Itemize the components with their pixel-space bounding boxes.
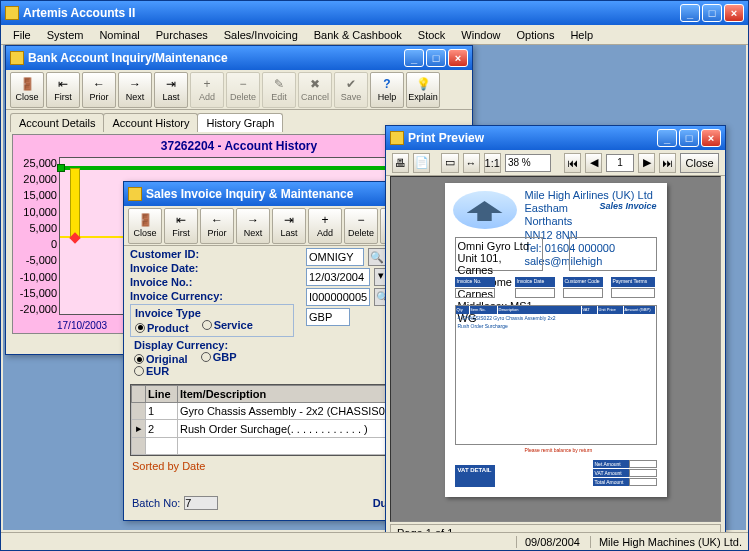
bank-maximize-button[interactable]: □ xyxy=(426,49,446,67)
batch-input[interactable] xyxy=(184,496,218,510)
preview-canvas[interactable]: Mile High Airlines (UK) Ltd Eastham Nort… xyxy=(390,176,721,522)
tab-history-graph[interactable]: History Graph xyxy=(197,113,283,132)
menu-system[interactable]: System xyxy=(39,27,92,43)
sales-close-button[interactable]: 🚪Close xyxy=(128,208,162,244)
radio-icon xyxy=(135,323,145,333)
invtype-label: Invoice Type xyxy=(135,307,201,319)
bank-title: Bank Account Inquiry/Maintenance xyxy=(28,51,404,65)
menu-file[interactable]: File xyxy=(5,27,39,43)
chart-xlabel: 17/10/2003 xyxy=(57,320,107,331)
app-titlebar: Artemis Accounts II _ □ × xyxy=(1,1,748,25)
preview-maximize-button[interactable]: □ xyxy=(679,129,699,147)
next-button[interactable]: →Next xyxy=(118,72,152,108)
last-arrow-icon: ⇥ xyxy=(163,77,179,91)
edit-icon: ✎ xyxy=(271,77,287,91)
batch-label: Batch No: xyxy=(132,497,180,509)
invcurr-input[interactable] xyxy=(306,308,350,326)
view-100-button[interactable]: 1:1 xyxy=(484,153,501,173)
first-button[interactable]: ⇤First xyxy=(46,72,80,108)
next-arrow-icon: → xyxy=(245,213,261,227)
width-icon: ↔ xyxy=(466,157,477,169)
chart-yaxis: 25,000 20,000 15,000 10,000 5,000 0 -5,0… xyxy=(15,157,57,315)
export-button[interactable]: 📄 xyxy=(413,153,430,173)
invoice-header-strip: Invoice No. Invoice Date Customer Code P… xyxy=(455,277,657,301)
prior-arrow-icon: ← xyxy=(91,77,107,91)
preview-close-button[interactable]: Close xyxy=(680,153,719,173)
print-button[interactable]: 🖶 xyxy=(392,153,409,173)
export-icon: 📄 xyxy=(415,156,429,169)
last-button[interactable]: ⇥Last xyxy=(154,72,188,108)
original-radio[interactable]: Original xyxy=(134,353,188,365)
next-page-button[interactable]: ▶ xyxy=(638,153,655,173)
page-input[interactable] xyxy=(606,154,634,172)
sales-window-icon xyxy=(128,187,142,201)
delete-button: −Delete xyxy=(226,72,260,108)
menu-help[interactable]: Help xyxy=(562,27,601,43)
door-icon: 🚪 xyxy=(137,213,153,227)
sales-last-button[interactable]: ⇥Last xyxy=(272,208,306,244)
app-maximize-button[interactable]: □ xyxy=(702,4,722,22)
bank-close-button[interactable]: × xyxy=(448,49,468,67)
sales-delete-button[interactable]: −Delete xyxy=(344,208,378,244)
view-whole-button[interactable]: ▭ xyxy=(441,153,458,173)
status-company: Mile High Machines (UK) Ltd. xyxy=(590,536,742,548)
explain-button[interactable]: 💡Explain xyxy=(406,72,440,108)
preview-close-x-button[interactable]: × xyxy=(701,129,721,147)
app-close-button[interactable]: × xyxy=(724,4,744,22)
menu-nominal[interactable]: Nominal xyxy=(91,27,147,43)
radio-icon xyxy=(201,352,211,362)
bulb-icon: 💡 xyxy=(415,77,431,91)
customer-input[interactable] xyxy=(306,248,364,266)
prior-button[interactable]: ←Prior xyxy=(82,72,116,108)
menu-bank[interactable]: Bank & Cashbook xyxy=(306,27,410,43)
zoom-combo[interactable] xyxy=(505,154,551,172)
first-arrow-icon: ⇤ xyxy=(55,77,71,91)
cancel-icon: ✖ xyxy=(307,77,323,91)
cancel-button: ✖Cancel xyxy=(298,72,332,108)
app-window: Artemis Accounts II _ □ × File System No… xyxy=(0,0,749,551)
sales-add-button[interactable]: +Add xyxy=(308,208,342,244)
service-radio[interactable]: Service xyxy=(202,319,253,331)
menu-options[interactable]: Options xyxy=(508,27,562,43)
next-arrow-icon: → xyxy=(127,77,143,91)
preview-minimize-button[interactable]: _ xyxy=(657,129,677,147)
prev-page-button[interactable]: ◀ xyxy=(585,153,602,173)
invno-input[interactable] xyxy=(306,288,370,306)
view-width-button[interactable]: ↔ xyxy=(463,153,480,173)
first-page-button[interactable]: ⏮ xyxy=(564,153,581,173)
mdi-area: Bank Account Inquiry/Maintenance _ □ × 🚪… xyxy=(3,45,746,530)
sales-prior-button[interactable]: ←Prior xyxy=(200,208,234,244)
sales-next-button[interactable]: →Next xyxy=(236,208,270,244)
customer-lookup-button[interactable]: 🔍 xyxy=(368,248,386,266)
last-page-button[interactable]: ⏭ xyxy=(659,153,676,173)
invoice-type-group: Invoice Type Product Service xyxy=(130,304,294,337)
bank-minimize-button[interactable]: _ xyxy=(404,49,424,67)
menu-sales[interactable]: Sales/Invoicing xyxy=(216,27,306,43)
close-button[interactable]: 🚪Close xyxy=(10,72,44,108)
app-minimize-button[interactable]: _ xyxy=(680,4,700,22)
app-icon xyxy=(5,6,19,20)
invno-label: Invoice No.: xyxy=(130,276,224,288)
menu-stock[interactable]: Stock xyxy=(410,27,454,43)
bank-titlebar: Bank Account Inquiry/Maintenance _ □ × xyxy=(6,46,472,70)
product-radio[interactable]: Product xyxy=(135,322,189,334)
col-line[interactable]: Line xyxy=(146,386,178,403)
preview-title: Print Preview xyxy=(408,131,657,145)
plus-icon: + xyxy=(199,77,215,91)
invdate-input[interactable] xyxy=(306,268,370,286)
help-button[interactable]: ?Help xyxy=(370,72,404,108)
menu-purchases[interactable]: Purchases xyxy=(148,27,216,43)
preview-page: Mile High Airlines (UK) Ltd Eastham Nort… xyxy=(445,183,667,497)
gbp-radio[interactable]: GBP xyxy=(201,351,237,363)
sales-first-button[interactable]: ⇤First xyxy=(164,208,198,244)
tab-account-history[interactable]: Account History xyxy=(103,113,198,132)
remit-text: Please remit balance by return xyxy=(525,447,593,453)
status-date: 09/08/2004 xyxy=(516,536,580,548)
eur-radio[interactable]: EUR xyxy=(134,365,169,377)
menu-window[interactable]: Window xyxy=(453,27,508,43)
totals-box: Net Amount VAT Amount Total Amount xyxy=(593,460,657,487)
preview-titlebar: Print Preview _ □ × xyxy=(386,126,725,150)
tab-account-details[interactable]: Account Details xyxy=(10,113,104,132)
invdate-label: Invoice Date: xyxy=(130,262,224,274)
menubar: File System Nominal Purchases Sales/Invo… xyxy=(1,25,748,45)
